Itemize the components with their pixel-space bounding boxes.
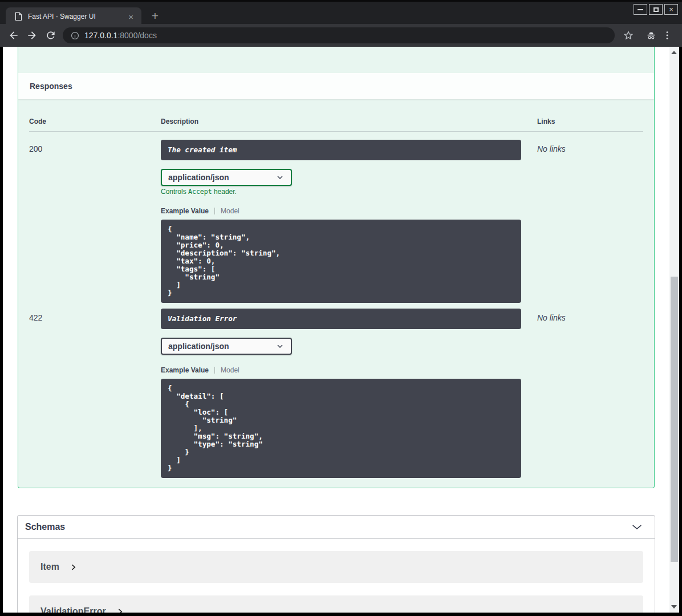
tab-model[interactable]: Model <box>221 207 239 215</box>
url-path: :8000/docs <box>117 31 157 40</box>
star-icon <box>623 30 634 41</box>
tab-close-icon[interactable]: × <box>126 13 136 21</box>
close-button[interactable]: × <box>664 4 678 15</box>
schemas-header[interactable]: Schemas <box>18 516 655 539</box>
new-tab-button[interactable]: + <box>147 9 163 25</box>
media-type-value: application/json <box>168 342 229 351</box>
schema-item[interactable]: Item <box>29 551 643 583</box>
example-model-tabs: Example Value Model <box>161 207 537 215</box>
responses-table-head: Code Description Links <box>29 117 643 132</box>
responses-title: Responses <box>30 82 72 91</box>
tab-title: Fast API - Swagger UI <box>28 13 126 21</box>
forward-arrow-icon <box>26 30 38 41</box>
accept-header-note: Controls Accept header. <box>161 188 537 196</box>
chevron-down-icon[interactable] <box>631 521 643 533</box>
responses-section-header: Responses <box>18 73 654 99</box>
window-controls: × <box>634 4 678 15</box>
swagger-page: Responses Code Description Links 200 The… <box>3 47 669 613</box>
example-json-block: { "detail": [ { "loc": [ "string" ], "ms… <box>161 379 521 478</box>
response-description-cell: Validation Error application/json Exampl… <box>161 309 537 478</box>
schema-item-title: Item <box>40 562 59 572</box>
site-info-icon[interactable] <box>71 31 79 40</box>
response-links: No links <box>537 140 643 303</box>
schemas-title: Schemas <box>25 522 65 532</box>
chevron-right-icon <box>116 608 124 613</box>
minimize-icon <box>638 9 643 10</box>
response-code: 200 <box>29 140 161 303</box>
tab-example-value[interactable]: Example Value <box>161 366 209 374</box>
chevron-down-icon <box>275 342 285 351</box>
back-arrow-icon <box>8 30 19 41</box>
chevron-down-icon <box>275 173 285 182</box>
schema-validationerror-title: ValidationError <box>40 606 106 613</box>
scrollbar-thumb[interactable] <box>671 277 678 562</box>
col-header-links: Links <box>537 117 643 125</box>
media-type-select[interactable]: application/json <box>161 338 292 355</box>
url-text: 127.0.0.1:8000/docs <box>84 31 157 40</box>
example-model-tabs: Example Value Model <box>161 366 537 374</box>
back-button[interactable] <box>8 30 19 41</box>
chevron-right-icon <box>70 564 77 571</box>
tab-model[interactable]: Model <box>221 366 239 374</box>
forward-button[interactable] <box>26 30 38 41</box>
media-type-value: application/json <box>168 173 229 182</box>
maximize-icon <box>653 7 659 12</box>
browser-viewport: Responses Code Description Links 200 The… <box>0 47 682 616</box>
schema-validationerror[interactable]: ValidationError <box>29 595 643 613</box>
response-description: The created item <box>161 140 521 160</box>
bookmark-button[interactable] <box>623 30 634 41</box>
reload-button[interactable] <box>45 30 56 41</box>
tab-divider <box>214 208 215 214</box>
document-favicon-icon <box>15 12 22 21</box>
page-scrollbar[interactable] <box>669 47 679 613</box>
media-type-select[interactable]: application/json <box>161 169 292 186</box>
example-json-block: { "name": "string", "price": 0, "descrip… <box>161 220 521 303</box>
col-header-description: Description <box>161 117 537 125</box>
url-host: 127.0.0.1 <box>84 31 117 40</box>
response-row-200: 200 The created item application/json Co… <box>29 132 643 303</box>
browser-toolbar: 127.0.0.1:8000/docs <box>0 24 682 47</box>
browser-titlebar: Fast API - Swagger UI × + × <box>0 0 682 24</box>
url-bar[interactable]: 127.0.0.1:8000/docs <box>63 27 615 43</box>
incognito-profile-button[interactable] <box>646 30 657 41</box>
kebab-menu-icon <box>661 30 673 41</box>
post-opblock-body: Responses Code Description Links 200 The… <box>18 47 655 488</box>
response-description-cell: The created item application/json Contro… <box>161 140 537 303</box>
col-header-code: Code <box>29 117 161 125</box>
browser-menu-button[interactable] <box>661 30 673 41</box>
schemas-section: Schemas Item ValidationError <box>17 515 655 613</box>
response-links: No links <box>537 309 643 478</box>
responses-table: Code Description Links 200 The created i… <box>18 117 654 478</box>
response-description: Validation Error <box>161 309 521 329</box>
incognito-icon <box>646 30 657 41</box>
tab-example-value[interactable]: Example Value <box>161 207 209 215</box>
scrollbar-up-arrow-icon[interactable] <box>671 51 677 54</box>
scrollbar-down-arrow-icon[interactable] <box>671 605 677 609</box>
minimize-button[interactable] <box>634 4 647 15</box>
response-code: 422 <box>29 309 161 478</box>
opblock-spacer <box>18 47 654 73</box>
response-row-422: 422 Validation Error application/json Ex… <box>29 303 643 478</box>
tab-divider <box>214 367 215 374</box>
reload-icon <box>45 30 56 41</box>
maximize-button[interactable] <box>649 4 663 15</box>
browser-tab[interactable]: Fast API - Swagger UI × <box>6 7 141 26</box>
